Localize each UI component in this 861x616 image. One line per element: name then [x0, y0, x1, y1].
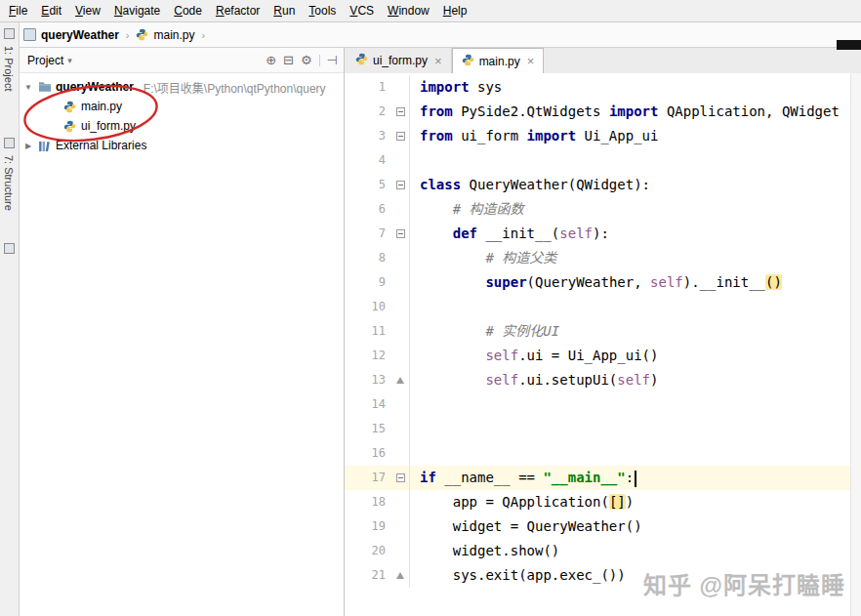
tab-ui_form.py[interactable]: ui_form.py× [347, 48, 452, 73]
locate-file-icon[interactable]: ⊕ [266, 54, 276, 66]
menu-view[interactable]: View [68, 1, 107, 21]
code-text[interactable]: app = QApplication([]) [410, 490, 634, 514]
line-number[interactable]: 12 [345, 344, 393, 368]
menu-file[interactable]: File [2, 1, 34, 21]
code-line-19[interactable]: 19 widget = QueryWeather() [345, 514, 861, 539]
line-number[interactable]: 5 [345, 173, 393, 197]
line-number[interactable]: 13 [345, 368, 393, 392]
line-number[interactable]: 2 [345, 100, 393, 124]
tree-item-main.py[interactable]: ▶main.py [20, 97, 344, 116]
code-text[interactable]: from ui_form import Ui_App_ui [410, 124, 658, 148]
chevron-right-icon[interactable]: ▶ [23, 142, 33, 150]
code-line-5[interactable]: 5class QueryWeather(QWidget): [345, 173, 861, 197]
line-number[interactable]: 20 [345, 539, 393, 563]
code-line-11[interactable]: 11 # 实例化UI [345, 319, 861, 344]
code-line-3[interactable]: 3from ui_form import Ui_App_ui [345, 124, 861, 148]
tab-main.py[interactable]: main.py× [452, 48, 545, 74]
menu-help[interactable]: Help [436, 1, 474, 21]
code-line-20[interactable]: 20 widget.show() [345, 539, 861, 563]
panel-title[interactable]: Project [27, 54, 63, 67]
code-text[interactable]: import sys [410, 75, 502, 100]
fold-end-icon[interactable] [396, 377, 404, 384]
code-text[interactable]: sys.exit(app.exec_()) [410, 563, 626, 588]
code-text[interactable]: def __init__(self): [410, 222, 609, 246]
line-number[interactable]: 16 [345, 441, 393, 466]
tree-item-queryweather[interactable]: ▼queryWeatherF:\项目收集\Python\qtPython\que… [20, 77, 344, 97]
fold-collapse-icon[interactable] [396, 229, 405, 238]
menu-run[interactable]: Run [266, 1, 302, 21]
chevron-down-icon[interactable]: ▾ [67, 56, 72, 65]
menu-tools[interactable]: Tools [302, 1, 343, 21]
wrench-icon[interactable] [4, 243, 15, 254]
code-text[interactable] [410, 295, 420, 319]
code-text[interactable]: widget.show() [410, 539, 559, 563]
close-icon[interactable]: × [527, 54, 535, 68]
menu-code[interactable]: Code [167, 1, 209, 21]
settings-gear-icon[interactable]: ⚙ [301, 54, 312, 66]
fold-collapse-icon[interactable] [396, 107, 405, 116]
line-number[interactable]: 19 [345, 514, 393, 539]
fold-collapse-icon[interactable] [396, 181, 405, 189]
structure-tool-window-icon[interactable] [4, 138, 15, 148]
menu-window[interactable]: Window [381, 1, 436, 21]
tool-button-structure[interactable]: 7: Structure [3, 155, 15, 211]
code-text[interactable]: self.ui.setupUi(self) [410, 368, 658, 392]
code-line-18[interactable]: 18 app = QApplication([]) [345, 490, 861, 514]
tool-button-project[interactable]: 1: Project [3, 46, 15, 91]
code-text[interactable] [410, 392, 420, 417]
code-text[interactable] [410, 441, 420, 466]
editor-scrollbar[interactable] [850, 73, 861, 616]
line-number[interactable]: 10 [345, 295, 393, 319]
line-number[interactable]: 14 [345, 392, 393, 417]
collapse-all-icon[interactable]: ⊟ [283, 54, 294, 66]
code-text[interactable]: from PySide2.QtWidgets import QApplicati… [410, 100, 840, 124]
menu-edit[interactable]: Edit [34, 1, 68, 21]
code-area[interactable]: 1import sys2from PySide2.QtWidgets impor… [345, 73, 861, 616]
line-number[interactable]: 18 [345, 490, 393, 514]
code-line-7[interactable]: 7 def __init__(self): [345, 222, 861, 246]
line-number[interactable]: 6 [345, 197, 393, 222]
code-text[interactable]: class QueryWeather(QWidget): [410, 173, 650, 197]
code-line-12[interactable]: 12 self.ui = Ui_App_ui() [345, 344, 861, 368]
menu-navigate[interactable]: Navigate [107, 1, 167, 21]
code-line-13[interactable]: 13 self.ui.setupUi(self) [345, 368, 861, 392]
code-text[interactable]: # 构造父类 [410, 246, 556, 270]
line-number[interactable]: 21 [345, 563, 393, 588]
code-text[interactable]: self.ui = Ui_App_ui() [410, 344, 658, 368]
project-tool-window-icon[interactable] [4, 28, 15, 39]
code-line-17[interactable]: 17if __name__ == "__main__": [345, 466, 861, 490]
close-icon[interactable]: × [434, 54, 442, 68]
tree-item-external-libraries[interactable]: ▶External Libraries [20, 136, 344, 155]
code-line-9[interactable]: 9 super(QueryWeather, self).__init__() [345, 270, 861, 295]
code-line-4[interactable]: 4 [345, 148, 861, 173]
line-number[interactable]: 8 [345, 246, 393, 270]
code-text[interactable]: widget = QueryWeather() [410, 514, 642, 539]
line-number[interactable]: 4 [345, 148, 393, 173]
code-line-16[interactable]: 16 [345, 441, 861, 466]
hide-panel-icon[interactable]: ⊣ [327, 54, 338, 66]
code-line-6[interactable]: 6 # 构造函数 [345, 197, 861, 222]
fold-end-icon[interactable] [396, 572, 404, 579]
line-number[interactable]: 15 [345, 417, 393, 441]
code-text[interactable] [410, 417, 420, 441]
line-number[interactable]: 7 [345, 222, 393, 246]
menu-vcs[interactable]: VCS [343, 1, 381, 21]
fold-collapse-icon[interactable] [396, 132, 405, 141]
breadcrumb-project[interactable]: queryWeather [41, 28, 119, 42]
line-number[interactable]: 17 [345, 466, 393, 490]
chevron-down-icon[interactable]: ▼ [23, 83, 33, 92]
line-number[interactable]: 3 [345, 124, 393, 148]
code-line-14[interactable]: 14 [345, 392, 861, 417]
line-number[interactable]: 1 [345, 75, 393, 100]
code-text[interactable]: # 构造函数 [410, 197, 524, 222]
code-text[interactable]: super(QueryWeather, self).__init__() [410, 270, 782, 295]
code-line-2[interactable]: 2from PySide2.QtWidgets import QApplicat… [345, 100, 861, 124]
code-text[interactable] [410, 148, 420, 173]
line-number[interactable]: 9 [345, 270, 393, 295]
code-line-10[interactable]: 10 [345, 295, 861, 319]
breadcrumb-file[interactable]: main.py [153, 28, 194, 42]
code-line-8[interactable]: 8 # 构造父类 [345, 246, 861, 270]
tree-item-ui_form.py[interactable]: ▶ui_form.py [20, 116, 344, 136]
menu-refactor[interactable]: Refactor [209, 1, 266, 21]
code-line-1[interactable]: 1import sys [345, 75, 861, 100]
